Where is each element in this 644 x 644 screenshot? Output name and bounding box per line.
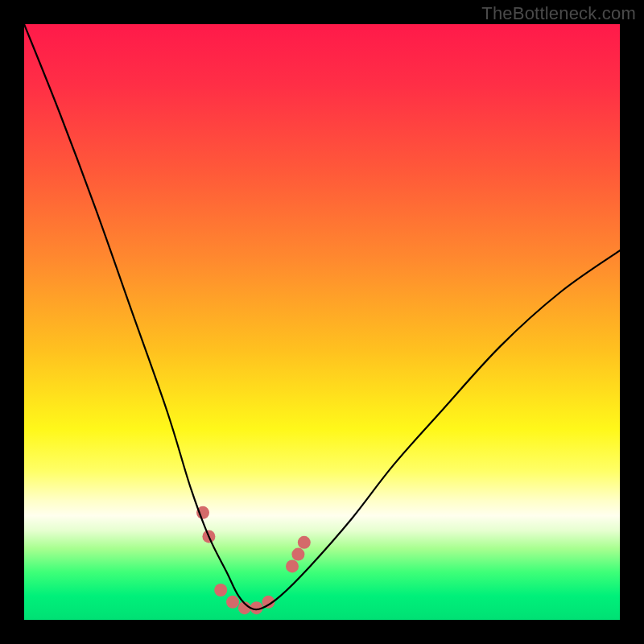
- data-marker: [298, 536, 311, 549]
- data-marker: [286, 559, 299, 572]
- watermark-text: TheBottleneck.com: [481, 3, 636, 24]
- markers-group: [196, 506, 311, 614]
- bottleneck-curve: [24, 24, 620, 609]
- plot-area: [24, 24, 620, 620]
- chart-frame: TheBottleneck.com: [0, 0, 644, 644]
- curve-layer: [24, 24, 620, 620]
- data-marker: [214, 584, 227, 597]
- data-marker: [291, 548, 304, 561]
- data-marker: [226, 596, 239, 609]
